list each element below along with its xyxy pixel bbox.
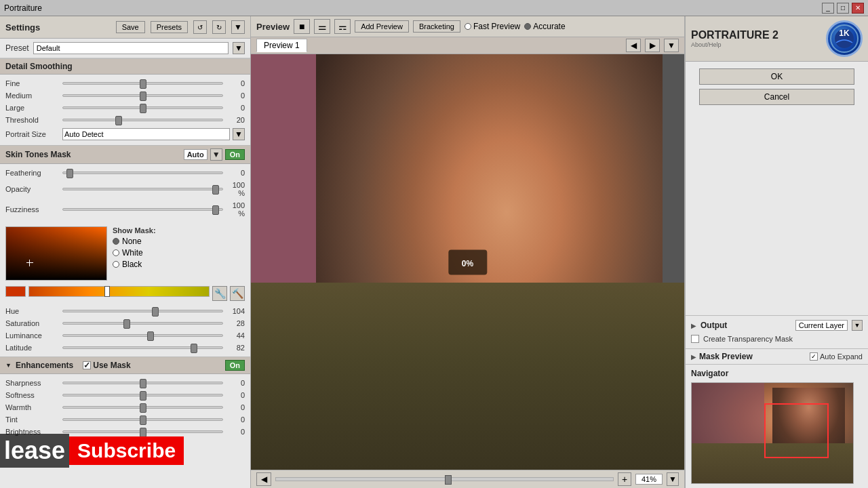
- luminance-value: 44: [226, 331, 245, 340]
- close-button[interactable]: ✕: [852, 3, 864, 14]
- saturation-slider[interactable]: [62, 322, 223, 325]
- detail-smoothing-header[interactable]: Detail Smoothing: [0, 58, 250, 75]
- presets-dropdown-arrow[interactable]: ▼: [231, 20, 245, 34]
- portrait-size-label: Portrait Size: [5, 130, 60, 138]
- feathering-value: 0: [226, 169, 245, 177]
- preset-select[interactable]: Default: [33, 42, 229, 54]
- hue-bar[interactable]: [28, 286, 210, 297]
- show-mask-white[interactable]: White: [113, 248, 156, 258]
- preview-tab-1[interactable]: Preview 1: [256, 39, 307, 52]
- skin-on-button[interactable]: On: [225, 149, 245, 160]
- eyedropper-minus-button[interactable]: 🔨: [230, 286, 245, 301]
- navigator-thumbnail[interactable]: [691, 382, 854, 484]
- warmth-label: Warmth: [5, 403, 60, 411]
- minimize-button[interactable]: _: [822, 3, 834, 14]
- output-row: ▶ Output Current Layer ▼: [691, 320, 863, 331]
- sharpness-row: Sharpness 0: [5, 377, 245, 389]
- skin-auto-select[interactable]: Auto: [184, 149, 208, 160]
- sharpness-value: 0: [226, 379, 245, 387]
- opacity-row: Opacity 100 %: [5, 179, 245, 199]
- prev-preview-arrow[interactable]: ◀: [626, 39, 641, 52]
- more-preview-arrow[interactable]: ▼: [664, 39, 679, 52]
- latitude-slider[interactable]: [62, 346, 223, 349]
- auto-expand-label: Auto Expand: [820, 352, 863, 361]
- cancel-button[interactable]: Cancel: [699, 89, 854, 105]
- auto-expand-checkbox[interactable]: ✓: [810, 352, 818, 361]
- undo-button[interactable]: ↺: [193, 20, 207, 34]
- navigator-red-box[interactable]: [764, 403, 829, 458]
- preset-dropdown-arrow[interactable]: ▼: [233, 42, 245, 54]
- luminance-label: Luminance: [5, 331, 60, 340]
- dual-view-button[interactable]: ⚎: [334, 19, 351, 34]
- portrait-size-select[interactable]: Auto Detect: [62, 128, 230, 140]
- feathering-row: Feathering 0: [5, 167, 245, 179]
- left-panel: Settings Save Presets ↺ ↻ ▼ Preset Defau…: [0, 16, 251, 488]
- ok-button[interactable]: OK: [699, 68, 854, 85]
- sharpness-slider[interactable]: [62, 382, 223, 384]
- luminance-slider[interactable]: [62, 334, 223, 337]
- eyedropper-button[interactable]: 🔧: [212, 286, 227, 301]
- logo-circle: 1K: [826, 20, 863, 57]
- restore-button[interactable]: □: [837, 3, 849, 14]
- softness-value: 0: [226, 391, 245, 399]
- output-dropdown-arrow[interactable]: ▼: [852, 320, 863, 331]
- accurate-radio[interactable]: Accurate: [524, 22, 565, 31]
- large-value: 0: [226, 104, 245, 112]
- settings-header: Settings Save Presets ↺ ↻ ▼: [0, 16, 250, 39]
- fuzziness-slider[interactable]: [62, 208, 223, 211]
- color-swatch-left[interactable]: [5, 286, 26, 297]
- navigator-section: Navigator: [686, 364, 868, 488]
- about-help-link[interactable]: About/Help: [691, 41, 826, 48]
- feathering-slider[interactable]: [62, 171, 223, 174]
- presets-button[interactable]: Presets: [151, 21, 188, 33]
- split-view-button[interactable]: ⚌: [314, 19, 330, 34]
- latitude-value: 82: [226, 344, 245, 352]
- warmth-slider[interactable]: [62, 406, 223, 409]
- saturation-row: Saturation 28: [5, 317, 245, 329]
- portrait-size-row: Portrait Size Auto Detect ▼: [5, 126, 245, 142]
- portrait-size-dropdown-arrow[interactable]: ▼: [233, 128, 245, 140]
- footer-prev-button[interactable]: ◀: [256, 472, 271, 486]
- use-mask-label: Use Mask: [93, 361, 130, 370]
- enhancements-collapse-arrow: ▼: [5, 362, 12, 369]
- softness-slider[interactable]: [62, 394, 223, 396]
- threshold-slider[interactable]: [62, 119, 223, 121]
- footer-position-slider[interactable]: [275, 477, 614, 481]
- color-gradient-box[interactable]: [5, 226, 107, 281]
- tint-slider[interactable]: [62, 418, 223, 421]
- zoom-dropdown[interactable]: ▼: [667, 472, 679, 486]
- skin-auto-dropdown[interactable]: ▼: [210, 148, 222, 161]
- enhancements-on-button[interactable]: On: [225, 360, 245, 371]
- use-mask-checkbox[interactable]: ✓: [83, 361, 91, 369]
- subscribe-button[interactable]: Subscribe: [69, 436, 184, 465]
- use-mask-checkbox-row[interactable]: ✓ Use Mask: [83, 361, 130, 370]
- luminance-row: Luminance 44: [5, 329, 245, 342]
- tint-value: 0: [226, 415, 245, 424]
- detail-smoothing-title: Detail Smoothing: [5, 62, 73, 71]
- output-select[interactable]: Current Layer: [795, 320, 848, 331]
- app-title: Portraiture: [4, 3, 42, 13]
- fine-slider[interactable]: [62, 82, 223, 85]
- single-view-button[interactable]: ■: [294, 19, 310, 34]
- brightness-slider[interactable]: [62, 430, 223, 433]
- show-mask-none[interactable]: None: [113, 237, 156, 246]
- preset-row: Preset Default ▼: [0, 39, 250, 58]
- output-section: ▶ Output Current Layer ▼ Create Transpar…: [686, 315, 868, 348]
- mask-preview-section: ▶ Mask Preview ✓ Auto Expand: [686, 348, 868, 364]
- large-slider[interactable]: [62, 106, 223, 109]
- white-label: White: [122, 248, 143, 258]
- zoom-in-button[interactable]: +: [618, 472, 631, 486]
- transparency-checkbox[interactable]: [691, 335, 699, 343]
- hue-slider[interactable]: [62, 310, 223, 312]
- large-label: Large: [5, 104, 60, 112]
- save-button[interactable]: Save: [116, 21, 145, 33]
- redo-button[interactable]: ↻: [212, 20, 226, 34]
- add-preview-button[interactable]: Add Preview: [355, 20, 409, 33]
- opacity-slider[interactable]: [62, 188, 223, 190]
- medium-slider[interactable]: [62, 94, 223, 97]
- settings-title: Settings: [5, 22, 111, 33]
- bracketing-button[interactable]: Bracketing: [413, 20, 460, 33]
- next-preview-arrow[interactable]: ▶: [645, 39, 660, 52]
- show-mask-black[interactable]: Black: [113, 260, 156, 269]
- fast-preview-radio[interactable]: Fast Preview: [465, 22, 520, 31]
